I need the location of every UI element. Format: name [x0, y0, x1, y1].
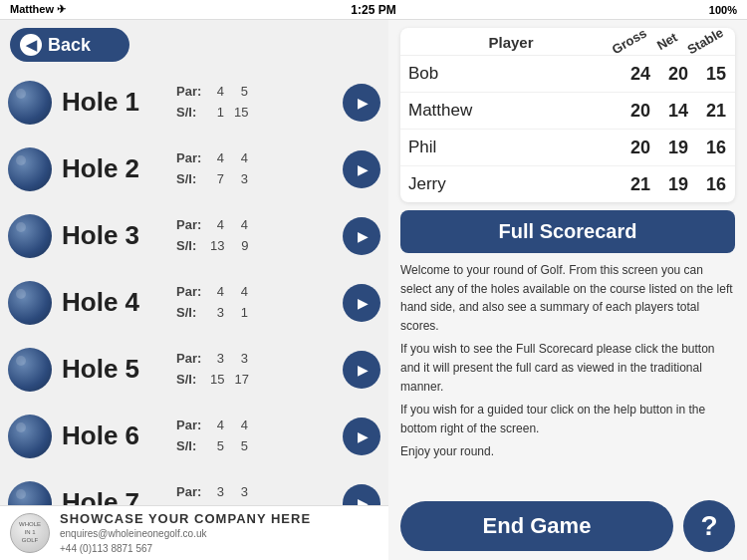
- scorecard-header: Player Gross Net Stable: [400, 28, 735, 56]
- si-value2: 9: [234, 236, 248, 257]
- hole-row: Hole 4 Par: 4 4 S/I: 3 1: [4, 270, 384, 335]
- scorecard-player-row: Jerry 21 19 16: [400, 166, 735, 202]
- gross-score: 20: [622, 138, 659, 158]
- par-label: Par:: [176, 215, 206, 236]
- play-hole-button[interactable]: [343, 418, 380, 455]
- gross-score: 20: [622, 101, 659, 122]
- hole-row: Hole 5 Par: 3 3 S/I: 15 17: [4, 337, 384, 402]
- player-name: Phil: [400, 134, 622, 161]
- scorecard-player-row: Matthew 20 14 21: [400, 93, 735, 130]
- si-value1: 3: [210, 303, 224, 324]
- status-battery: 100%: [709, 4, 737, 16]
- hole-row: Hole 7 Par: 3 3 S/I: 9 11: [4, 470, 384, 505]
- player-name: Bob: [400, 60, 622, 88]
- main-content: ◀ Back Hole 1 Par: 4 5 S/I: 1 15 Hole 2: [0, 20, 747, 560]
- help-button[interactable]: ?: [683, 500, 735, 552]
- hole-par-si: Par: 4 4 S/I: 7 3: [176, 148, 337, 190]
- stable-score: 16: [697, 138, 735, 158]
- si-label: S/I:: [176, 303, 206, 324]
- gross-header: Gross: [610, 28, 648, 57]
- si-value1: 13: [210, 236, 224, 257]
- hole-label: Hole 5: [62, 354, 166, 385]
- par-label: Par:: [176, 82, 206, 103]
- company-logo-ball: WHOLEIN 1GOLF: [10, 513, 50, 553]
- par-value: 4: [210, 282, 224, 303]
- hole-par-si: Par: 4 4 S/I: 5 5: [176, 416, 337, 457]
- left-panel: ◀ Back Hole 1 Par: 4 5 S/I: 1 15 Hole 2: [0, 20, 388, 560]
- end-game-button[interactable]: End Game: [400, 501, 673, 551]
- play-hole-button[interactable]: [343, 484, 380, 506]
- status-bar: Matthew ✈ 1:25 PM 100%: [0, 0, 747, 20]
- golf-ball-icon: [8, 214, 52, 258]
- bottom-buttons: End Game ?: [400, 500, 735, 552]
- par-value: 4: [210, 82, 224, 103]
- par-line: Par: 4 4: [176, 416, 248, 436]
- hole-row: Hole 3 Par: 4 4 S/I: 13 9: [4, 203, 384, 268]
- si-value1: 15: [210, 370, 224, 391]
- gross-score: 21: [622, 174, 659, 195]
- hole-row: Hole 6 Par: 4 4 S/I: 5 5: [4, 404, 384, 468]
- info-paragraph: If you wish to see the Full Scorecard pl…: [400, 340, 735, 396]
- si-value1: 7: [210, 169, 224, 190]
- player-name: Jerry: [400, 170, 622, 198]
- par-value2: 3: [234, 482, 248, 503]
- par-value2: 4: [234, 416, 248, 436]
- si-line: S/I: 1 15: [176, 103, 248, 124]
- play-hole-button[interactable]: [343, 84, 380, 122]
- par-value2: 4: [234, 148, 248, 169]
- stats-headers: Gross Net Stable: [614, 34, 727, 51]
- scorecard-card: Player Gross Net Stable Bob 24 20 15 Mat…: [400, 28, 735, 202]
- company-email: enquires@wholeineonegolf.co.uk: [60, 526, 311, 541]
- play-hole-button[interactable]: [343, 217, 380, 255]
- par-value2: 4: [234, 282, 248, 303]
- hole-label: Hole 1: [62, 87, 166, 118]
- full-scorecard-button[interactable]: Full Scorecard: [400, 210, 735, 253]
- si-label: S/I:: [176, 370, 206, 391]
- info-paragraph: If you wish for a guided tour click on t…: [400, 401, 735, 437]
- si-line: S/I: 15 17: [176, 370, 249, 391]
- hole-par-si: Par: 3 3 S/I: 15 17: [176, 349, 337, 391]
- si-label: S/I:: [176, 169, 206, 190]
- par-line: Par: 4 4: [176, 282, 248, 303]
- par-value: 4: [210, 416, 224, 436]
- golf-ball-icon: [8, 147, 52, 191]
- player-name: Matthew: [400, 97, 622, 125]
- hole-list: Hole 1 Par: 4 5 S/I: 1 15 Hole 2 Par: 4 …: [0, 68, 388, 505]
- par-value: 3: [210, 349, 224, 370]
- logo-text-block: SHOWCASE YOUR COMPANY HERE enquires@whol…: [60, 511, 311, 556]
- hole-par-si: Par: 4 5 S/I: 1 15: [176, 82, 337, 124]
- si-value1: 5: [210, 436, 224, 457]
- stable-score: 15: [697, 64, 735, 85]
- hole-par-si: Par: 4 4 S/I: 13 9: [176, 215, 337, 257]
- golf-ball-icon: [8, 81, 52, 125]
- info-text: Welcome to your round of Golf. From this…: [400, 261, 735, 466]
- logo-ball-text: WHOLEIN 1GOLF: [19, 521, 41, 544]
- company-phone: +44 (0)113 8871 567: [60, 541, 311, 556]
- si-value2: 17: [234, 370, 248, 391]
- si-value2: 1: [234, 303, 248, 324]
- play-hole-button[interactable]: [343, 351, 380, 389]
- hole-par-si: Par: 4 4 S/I: 3 1: [176, 282, 337, 324]
- par-value2: 3: [234, 349, 248, 370]
- stable-score: 16: [697, 174, 735, 195]
- play-hole-button[interactable]: [343, 150, 380, 188]
- par-value: 4: [210, 148, 224, 169]
- net-header: Net: [647, 28, 686, 57]
- par-value2: 4: [234, 215, 248, 236]
- par-value: 4: [210, 215, 224, 236]
- par-line: Par: 4 4: [176, 215, 248, 236]
- net-score: 20: [659, 64, 697, 85]
- play-hole-button[interactable]: [343, 284, 380, 322]
- back-button[interactable]: ◀ Back: [10, 28, 129, 62]
- info-paragraph: Welcome to your round of Golf. From this…: [400, 261, 735, 335]
- logo-bar: WHOLEIN 1GOLF SHOWCASE YOUR COMPANY HERE…: [0, 505, 388, 560]
- golf-ball-icon: [8, 481, 52, 506]
- carrier-text: Matthew ✈: [10, 3, 66, 16]
- hole-row: Hole 1 Par: 4 5 S/I: 1 15: [4, 70, 384, 135]
- par-label: Par:: [176, 282, 206, 303]
- company-name: SHOWCASE YOUR COMPANY HERE: [60, 511, 311, 526]
- scorecard-rows: Bob 24 20 15 Matthew 20 14 21 Phil 20 19…: [400, 56, 735, 202]
- par-label: Par:: [176, 482, 206, 503]
- scorecard-player-row: Bob 24 20 15: [400, 56, 735, 93]
- hole-row: Hole 2 Par: 4 4 S/I: 7 3: [4, 137, 384, 201]
